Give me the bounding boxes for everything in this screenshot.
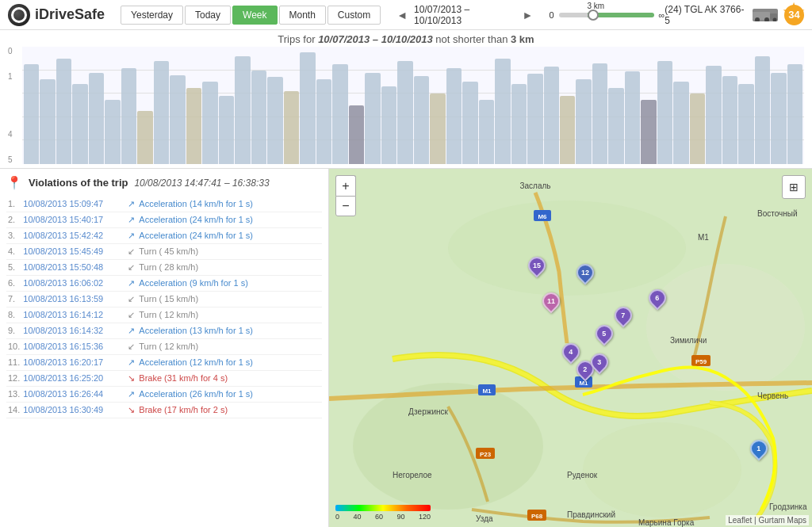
- map-zoom-controls: + −: [335, 175, 356, 216]
- nav-buttons: Yesterday Today Week Month Custom: [121, 6, 381, 25]
- map-marker-12[interactable]: 12: [576, 264, 594, 281]
- zoom-in-button[interactable]: +: [335, 175, 356, 196]
- map-layers-button[interactable]: ⊞: [782, 175, 806, 199]
- map-marker-11[interactable]: 11: [542, 292, 560, 310]
- zoom-out-button[interactable]: −: [335, 196, 356, 216]
- chart-bar: [170, 75, 185, 164]
- violation-num: 9.: [6, 323, 21, 339]
- violation-type-icon: ↙: [124, 260, 137, 276]
- violation-num: 8.: [6, 307, 21, 323]
- violation-type-icon: ↙: [124, 292, 137, 307]
- vehicle-info: (24) TGL AK 3766-5 34 ★: [665, 4, 804, 26]
- scale-bar: [335, 505, 431, 511]
- violation-type-icon: ↗: [124, 323, 137, 339]
- nav-today[interactable]: Today: [185, 6, 231, 25]
- violation-desc: Acceleration (14 km/h for 1 s): [137, 197, 322, 212]
- map-marker-4[interactable]: 4: [562, 343, 580, 361]
- violation-type-icon: ↗: [124, 197, 137, 212]
- chart-bar: [89, 73, 104, 164]
- violation-row[interactable]: 4. 10/08/2013 15:45:49 ↙ Turn ( 45 km/h): [6, 244, 322, 260]
- violation-date[interactable]: 10/08/2013 16:06:02: [21, 276, 124, 292]
- map-marker-15[interactable]: 15: [528, 257, 546, 274]
- nav-custom[interactable]: Custom: [327, 6, 381, 25]
- violation-date[interactable]: 10/08/2013 16:14:32: [21, 323, 124, 339]
- violation-row[interactable]: 12. 10/08/2013 16:25:20 ↘ Brake (31 km/h…: [6, 371, 322, 387]
- nav-month[interactable]: Month: [279, 6, 326, 25]
- violation-desc: Brake (31 km/h for 4 s): [137, 371, 322, 387]
- violation-desc: Turn ( 28 km/h): [137, 260, 322, 276]
- chart-canvas: [22, 47, 804, 164]
- chart-bar: [479, 100, 494, 164]
- violation-type-icon: ↗: [124, 355, 137, 371]
- nav-week[interactable]: Week: [232, 6, 277, 25]
- violation-date[interactable]: 10/08/2013 15:09:47: [21, 197, 124, 212]
- violation-row[interactable]: 5. 10/08/2013 15:50:48 ↙ Turn ( 28 km/h): [6, 260, 322, 276]
- violation-date[interactable]: 10/08/2013 16:20:17: [21, 355, 124, 371]
- violation-row[interactable]: 13. 10/08/2013 16:26:44 ↗ Acceleration (…: [6, 387, 322, 403]
- chart-bar: [300, 52, 315, 164]
- map-marker-3[interactable]: 3: [591, 353, 608, 371]
- chart-bar: [219, 96, 234, 164]
- violation-row[interactable]: 11. 10/08/2013 16:20:17 ↗ Acceleration (…: [6, 355, 322, 371]
- chart-bar: [154, 61, 169, 164]
- map-attribution: Leaflet | Gurtam Maps: [726, 515, 809, 525]
- violation-row[interactable]: 9. 10/08/2013 16:14:32 ↗ Acceleration (1…: [6, 323, 322, 339]
- violation-row[interactable]: 8. 10/08/2013 16:14:12 ↙ Turn ( 12 km/h): [6, 307, 322, 323]
- violations-title: Violations of the trip: [29, 177, 128, 189]
- chart-bar: [56, 59, 71, 164]
- chart-area: Trips for 10/07/2013 – 10/10/2013 not sh…: [0, 30, 812, 169]
- scale-container: 0 40 60 90 120: [335, 505, 431, 521]
- chart-bar: [527, 74, 542, 164]
- logo-icon: [8, 4, 30, 26]
- violation-row[interactable]: 6. 10/08/2013 16:06:02 ↗ Acceleration (9…: [6, 276, 322, 292]
- prev-date-button[interactable]: ◄: [396, 9, 408, 21]
- violation-num: 5.: [6, 260, 21, 276]
- chart-bar: [349, 105, 364, 164]
- chart-bar: [690, 94, 705, 164]
- violation-date[interactable]: 10/08/2013 16:13:59: [21, 292, 124, 307]
- panel-header: 📍 Violations of the trip 10/08/2013 14:4…: [6, 175, 322, 190]
- violation-date[interactable]: 10/08/2013 16:26:44: [21, 387, 124, 403]
- chart-bar: [787, 64, 802, 164]
- violation-date[interactable]: 10/08/2013 16:30:49: [21, 403, 124, 418]
- violation-row[interactable]: 10. 10/08/2013 16:15:36 ↙ Turn ( 12 km/h…: [6, 339, 322, 355]
- map-marker-5[interactable]: 5: [596, 325, 613, 342]
- chart-bar: [592, 63, 607, 164]
- chart-wrapper: 5 4 1 0: [8, 47, 804, 164]
- next-date-button[interactable]: ►: [523, 9, 534, 21]
- violation-date[interactable]: 10/08/2013 15:45:49: [21, 244, 124, 260]
- violation-row[interactable]: 7. 10/08/2013 16:13:59 ↙ Turn ( 15 km/h): [6, 292, 322, 307]
- violation-row[interactable]: 3. 10/08/2013 15:42:42 ↗ Acceleration (2…: [6, 228, 322, 244]
- violation-num: 14.: [6, 403, 21, 418]
- violation-date[interactable]: 10/08/2013 16:15:36: [21, 339, 124, 355]
- violation-num: 1.: [6, 197, 21, 212]
- violation-num: 10.: [6, 339, 21, 355]
- violation-date[interactable]: 10/08/2013 15:42:42: [21, 228, 124, 244]
- violation-date[interactable]: 10/08/2013 15:40:17: [21, 212, 124, 228]
- chart-distance: 3 km: [511, 33, 534, 45]
- violation-date[interactable]: 10/08/2013 15:50:48: [21, 260, 124, 276]
- violation-date[interactable]: 10/08/2013 16:14:12: [21, 307, 124, 323]
- slider-max-label: ∞: [659, 10, 665, 20]
- violations-date: 10/08/2013 14:47:41 – 16:38:33: [134, 178, 269, 189]
- slider-thumb[interactable]: [588, 10, 599, 21]
- violation-desc: Turn ( 45 km/h): [137, 244, 322, 260]
- violation-row[interactable]: 1. 10/08/2013 15:09:47 ↗ Acceleration (1…: [6, 197, 322, 212]
- violation-date[interactable]: 10/08/2013 16:25:20: [21, 371, 124, 387]
- violation-type-icon: ↘: [124, 403, 137, 418]
- violation-type-icon: ↙: [124, 244, 137, 260]
- violation-row[interactable]: 2. 10/08/2013 15:40:17 ↗ Acceleration (2…: [6, 212, 322, 228]
- violation-row[interactable]: 14. 10/08/2013 16:30:49 ↘ Brake (17 km/h…: [6, 403, 322, 418]
- chart-bar: [40, 79, 55, 164]
- nav-yesterday[interactable]: Yesterday: [121, 6, 183, 25]
- score-badge: 34 ★: [784, 5, 804, 25]
- chart-bar: [121, 68, 136, 164]
- map-area: M1 M1 M6 P59 P23 P68: [329, 169, 812, 527]
- map-marker-6[interactable]: 6: [649, 289, 666, 307]
- chart-bar: [608, 88, 623, 164]
- map-marker-1[interactable]: 1: [750, 440, 768, 457]
- map-marker-7[interactable]: 7: [615, 307, 632, 324]
- violation-type-icon: ↙: [124, 339, 137, 355]
- chart-bar: [576, 79, 591, 164]
- scale-labels: 0 40 60 90 120: [335, 513, 431, 521]
